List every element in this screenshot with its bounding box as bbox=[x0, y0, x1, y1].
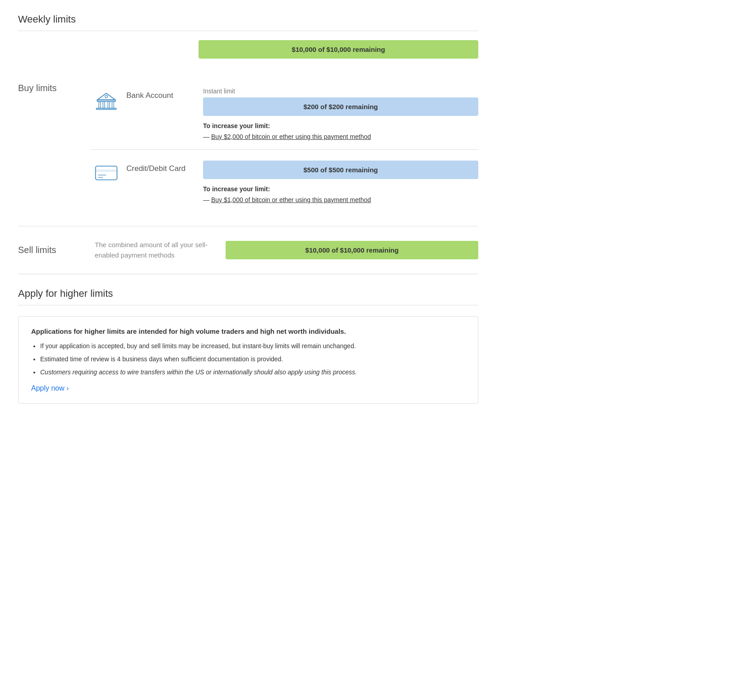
credit-card-limit-bar: $500 of $500 remaining bbox=[203, 161, 478, 179]
sell-description: The combined amount of all your sell-ena… bbox=[90, 240, 217, 260]
apply-bullet-3: Customers requiring access to wire trans… bbox=[40, 368, 465, 377]
sell-limits-content: Sell limits The combined amount of all y… bbox=[18, 240, 478, 260]
sell-limits-label: Sell limits bbox=[18, 245, 90, 255]
apply-box-title: Applications for higher limits are inten… bbox=[31, 327, 465, 335]
bank-increase-link-wrapper: — Buy $2,000 of bitcoin or ether using t… bbox=[203, 133, 478, 140]
bank-increase-link[interactable]: Buy $2,000 of bitcoin or ether using thi… bbox=[211, 133, 371, 140]
svg-rect-5 bbox=[96, 108, 116, 110]
buy-limits-content: Buy limits Bank bbox=[18, 78, 478, 212]
bank-account-name: Bank Account bbox=[122, 88, 194, 100]
svg-rect-11 bbox=[98, 177, 103, 178]
sell-limit-bar-wrapper: $10,000 of $10,000 remaining bbox=[217, 241, 478, 259]
weekly-limits-title: Weekly limits bbox=[18, 14, 478, 25]
apply-for-higher-limits-section: Apply for higher limits Applications for… bbox=[18, 274, 478, 417]
buy-limits-label: Buy limits bbox=[18, 78, 90, 93]
apply-box-list: If your application is accepted, buy and… bbox=[40, 341, 465, 377]
apply-section-title: Apply for higher limits bbox=[18, 288, 478, 299]
svg-rect-10 bbox=[98, 175, 106, 176]
weekly-top-bar-row: $10,000 of $10,000 remaining bbox=[18, 31, 478, 65]
sell-limit-bar: $10,000 of $10,000 remaining bbox=[226, 241, 478, 259]
weekly-limit-bar: $10,000 of $10,000 remaining bbox=[199, 40, 478, 59]
apply-bullet-1: If your application is accepted, buy and… bbox=[40, 341, 465, 351]
weekly-bar-spacer bbox=[18, 40, 199, 65]
credit-increase-link-wrapper: — Buy $1,000 of bitcoin or ether using t… bbox=[203, 196, 478, 203]
svg-marker-6 bbox=[97, 93, 115, 100]
svg-rect-4 bbox=[112, 101, 114, 108]
apply-now-link[interactable]: Apply now › bbox=[31, 384, 69, 392]
credit-card-limit-details: $500 of $500 remaining To increase your … bbox=[194, 161, 478, 203]
payment-methods-list: Bank Account Instant limit $200 of $200 … bbox=[90, 78, 478, 212]
apply-box: Applications for higher limits are inten… bbox=[18, 316, 478, 404]
weekly-limits-section: Weekly limits $10,000 of $10,000 remaini… bbox=[18, 14, 478, 65]
svg-rect-9 bbox=[95, 170, 117, 172]
svg-rect-1 bbox=[99, 101, 101, 108]
bank-account-limit-details: Instant limit $200 of $200 remaining To … bbox=[194, 88, 478, 140]
apply-bullet-2: Estimated time of review is 4 business d… bbox=[40, 355, 465, 364]
bank-account-limit-bar: $200 of $200 remaining bbox=[203, 97, 478, 116]
credit-card-name: Credit/Debit Card bbox=[122, 161, 194, 173]
svg-point-7 bbox=[105, 95, 107, 98]
bank-account-icon bbox=[90, 88, 122, 115]
credit-increase-link[interactable]: Buy $1,000 of bitcoin or ether using thi… bbox=[211, 196, 371, 203]
bank-account-row: Bank Account Instant limit $200 of $200 … bbox=[90, 78, 478, 150]
weekly-top-bar-wrapper: $10,000 of $10,000 remaining bbox=[199, 40, 478, 65]
apply-bullet-3-text: Customers requiring access to wire trans… bbox=[40, 368, 357, 376]
bank-increase-label: To increase your limit: bbox=[203, 122, 478, 129]
buy-limits-section: Buy limits Bank bbox=[18, 65, 478, 226]
sell-limits-section: Sell limits The combined amount of all y… bbox=[18, 226, 478, 274]
instant-limit-label: Instant limit bbox=[203, 88, 478, 95]
credit-increase-label: To increase your limit: bbox=[203, 185, 478, 193]
credit-card-icon bbox=[90, 161, 122, 183]
svg-rect-3 bbox=[108, 101, 110, 108]
svg-rect-2 bbox=[103, 101, 105, 108]
credit-card-row: Credit/Debit Card $500 of $500 remaining… bbox=[90, 150, 478, 212]
apply-divider bbox=[18, 305, 478, 305]
